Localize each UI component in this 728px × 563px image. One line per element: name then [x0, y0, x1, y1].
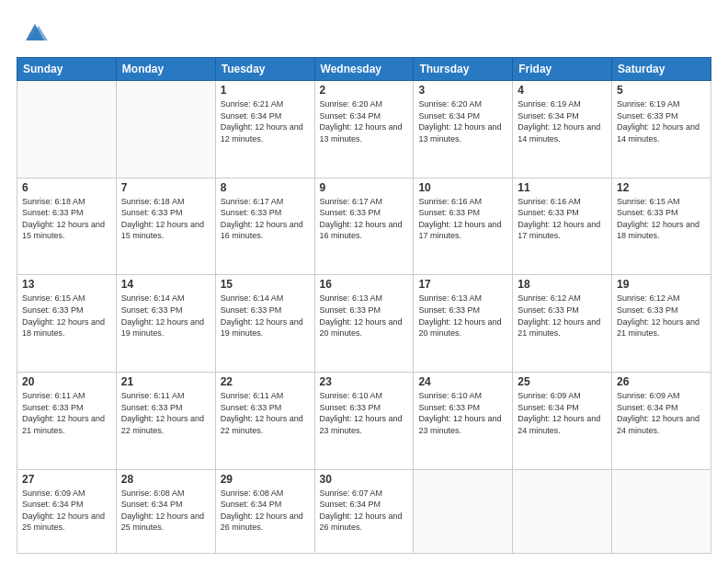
- calendar-cell: 13Sunrise: 6:15 AM Sunset: 6:33 PM Dayli…: [17, 275, 117, 373]
- day-info: Sunrise: 6:11 AM Sunset: 6:33 PM Dayligh…: [22, 390, 111, 436]
- weekday-header-saturday: Saturday: [612, 58, 711, 81]
- logo-icon: [20, 17, 50, 46]
- calendar-cell: 25Sunrise: 6:09 AM Sunset: 6:34 PM Dayli…: [513, 373, 612, 470]
- day-number: 15: [221, 278, 310, 291]
- calendar-cell: 30Sunrise: 6:07 AM Sunset: 6:34 PM Dayli…: [314, 469, 414, 553]
- day-number: 19: [617, 278, 706, 291]
- day-info: Sunrise: 6:16 AM Sunset: 6:33 PM Dayligh…: [418, 196, 507, 242]
- day-info: Sunrise: 6:19 AM Sunset: 6:34 PM Dayligh…: [518, 98, 607, 144]
- calendar-cell: [513, 469, 612, 553]
- day-number: 5: [617, 84, 706, 97]
- day-number: 2: [320, 84, 409, 97]
- day-info: Sunrise: 6:13 AM Sunset: 6:33 PM Dayligh…: [320, 293, 409, 339]
- day-info: Sunrise: 6:20 AM Sunset: 6:34 PM Dayligh…: [418, 98, 507, 144]
- calendar-cell: 9Sunrise: 6:17 AM Sunset: 6:33 PM Daylig…: [314, 178, 414, 275]
- day-info: Sunrise: 6:21 AM Sunset: 6:34 PM Dayligh…: [221, 98, 310, 144]
- calendar-cell: [116, 81, 215, 178]
- day-number: 4: [518, 84, 607, 97]
- day-info: Sunrise: 6:13 AM Sunset: 6:33 PM Dayligh…: [418, 293, 507, 339]
- day-info: Sunrise: 6:17 AM Sunset: 6:33 PM Dayligh…: [320, 196, 409, 242]
- day-number: 8: [221, 181, 310, 194]
- day-info: Sunrise: 6:12 AM Sunset: 6:33 PM Dayligh…: [617, 293, 706, 339]
- calendar-cell: 5Sunrise: 6:19 AM Sunset: 6:33 PM Daylig…: [612, 81, 711, 178]
- calendar-cell: 22Sunrise: 6:11 AM Sunset: 6:33 PM Dayli…: [215, 373, 314, 470]
- day-info: Sunrise: 6:09 AM Sunset: 6:34 PM Dayligh…: [518, 390, 607, 436]
- calendar-week-row: 27Sunrise: 6:09 AM Sunset: 6:34 PM Dayli…: [17, 469, 711, 553]
- calendar-cell: 11Sunrise: 6:16 AM Sunset: 6:33 PM Dayli…: [513, 178, 612, 275]
- weekday-header-tuesday: Tuesday: [215, 58, 314, 81]
- day-number: 27: [22, 473, 111, 486]
- calendar-cell: 2Sunrise: 6:20 AM Sunset: 6:34 PM Daylig…: [314, 81, 414, 178]
- day-number: 12: [617, 181, 706, 194]
- day-info: Sunrise: 6:14 AM Sunset: 6:33 PM Dayligh…: [121, 293, 210, 339]
- calendar-cell: 20Sunrise: 6:11 AM Sunset: 6:33 PM Dayli…: [17, 373, 117, 470]
- day-info: Sunrise: 6:09 AM Sunset: 6:34 PM Dayligh…: [22, 488, 111, 534]
- calendar-cell: 24Sunrise: 6:10 AM Sunset: 6:33 PM Dayli…: [414, 373, 513, 470]
- calendar-cell: 16Sunrise: 6:13 AM Sunset: 6:33 PM Dayli…: [314, 275, 414, 373]
- calendar-cell: 10Sunrise: 6:16 AM Sunset: 6:33 PM Dayli…: [414, 178, 513, 275]
- page: SundayMondayTuesdayWednesdayThursdayFrid…: [0, 0, 728, 563]
- day-number: 14: [121, 278, 210, 291]
- day-number: 28: [121, 473, 210, 486]
- calendar-table: SundayMondayTuesdayWednesdayThursdayFrid…: [17, 57, 711, 554]
- calendar-cell: 29Sunrise: 6:08 AM Sunset: 6:34 PM Dayli…: [215, 469, 314, 553]
- calendar-cell: 7Sunrise: 6:18 AM Sunset: 6:33 PM Daylig…: [116, 178, 215, 275]
- day-number: 1: [221, 84, 310, 97]
- day-info: Sunrise: 6:17 AM Sunset: 6:33 PM Dayligh…: [221, 196, 310, 242]
- day-info: Sunrise: 6:08 AM Sunset: 6:34 PM Dayligh…: [121, 488, 210, 534]
- calendar-week-row: 13Sunrise: 6:15 AM Sunset: 6:33 PM Dayli…: [17, 275, 711, 373]
- calendar-cell: 15Sunrise: 6:14 AM Sunset: 6:33 PM Dayli…: [215, 275, 314, 373]
- day-number: 18: [518, 278, 607, 291]
- day-info: Sunrise: 6:09 AM Sunset: 6:34 PM Dayligh…: [617, 390, 706, 436]
- calendar-cell: 27Sunrise: 6:09 AM Sunset: 6:34 PM Dayli…: [17, 469, 117, 553]
- day-info: Sunrise: 6:15 AM Sunset: 6:33 PM Dayligh…: [22, 293, 111, 339]
- day-number: 22: [221, 375, 310, 388]
- day-number: 25: [518, 375, 607, 388]
- calendar-cell: 14Sunrise: 6:14 AM Sunset: 6:33 PM Dayli…: [116, 275, 215, 373]
- day-info: Sunrise: 6:15 AM Sunset: 6:33 PM Dayligh…: [617, 196, 706, 242]
- day-number: 29: [221, 473, 310, 486]
- day-info: Sunrise: 6:10 AM Sunset: 6:33 PM Dayligh…: [320, 390, 409, 436]
- day-info: Sunrise: 6:18 AM Sunset: 6:33 PM Dayligh…: [22, 196, 111, 242]
- weekday-header-wednesday: Wednesday: [314, 58, 414, 81]
- day-number: 24: [418, 375, 507, 388]
- calendar-cell: 3Sunrise: 6:20 AM Sunset: 6:34 PM Daylig…: [414, 81, 513, 178]
- header: [17, 17, 711, 46]
- calendar-cell: 12Sunrise: 6:15 AM Sunset: 6:33 PM Dayli…: [612, 178, 711, 275]
- calendar-week-row: 1Sunrise: 6:21 AM Sunset: 6:34 PM Daylig…: [17, 81, 711, 178]
- calendar-week-row: 6Sunrise: 6:18 AM Sunset: 6:33 PM Daylig…: [17, 178, 711, 275]
- day-number: 13: [22, 278, 111, 291]
- calendar-cell: [17, 81, 117, 178]
- calendar-cell: 8Sunrise: 6:17 AM Sunset: 6:33 PM Daylig…: [215, 178, 314, 275]
- weekday-header-friday: Friday: [513, 58, 612, 81]
- day-info: Sunrise: 6:18 AM Sunset: 6:33 PM Dayligh…: [121, 196, 210, 242]
- day-number: 17: [418, 278, 507, 291]
- day-info: Sunrise: 6:10 AM Sunset: 6:33 PM Dayligh…: [418, 390, 507, 436]
- day-info: Sunrise: 6:11 AM Sunset: 6:33 PM Dayligh…: [221, 390, 310, 436]
- calendar-cell: 26Sunrise: 6:09 AM Sunset: 6:34 PM Dayli…: [612, 373, 711, 470]
- calendar-cell: 23Sunrise: 6:10 AM Sunset: 6:33 PM Dayli…: [314, 373, 414, 470]
- day-info: Sunrise: 6:07 AM Sunset: 6:34 PM Dayligh…: [320, 488, 409, 534]
- calendar-cell: 28Sunrise: 6:08 AM Sunset: 6:34 PM Dayli…: [116, 469, 215, 553]
- weekday-header-row: SundayMondayTuesdayWednesdayThursdayFrid…: [17, 58, 711, 81]
- day-info: Sunrise: 6:14 AM Sunset: 6:33 PM Dayligh…: [221, 293, 310, 339]
- day-number: 9: [320, 181, 409, 194]
- day-info: Sunrise: 6:08 AM Sunset: 6:34 PM Dayligh…: [221, 488, 310, 534]
- weekday-header-sunday: Sunday: [17, 58, 117, 81]
- calendar-cell: 6Sunrise: 6:18 AM Sunset: 6:33 PM Daylig…: [17, 178, 117, 275]
- calendar-cell: 18Sunrise: 6:12 AM Sunset: 6:33 PM Dayli…: [513, 275, 612, 373]
- day-number: 30: [320, 473, 409, 486]
- day-info: Sunrise: 6:16 AM Sunset: 6:33 PM Dayligh…: [518, 196, 607, 242]
- day-info: Sunrise: 6:19 AM Sunset: 6:33 PM Dayligh…: [617, 98, 706, 144]
- calendar-cell: [414, 469, 513, 553]
- calendar-cell: 19Sunrise: 6:12 AM Sunset: 6:33 PM Dayli…: [612, 275, 711, 373]
- calendar-cell: 1Sunrise: 6:21 AM Sunset: 6:34 PM Daylig…: [215, 81, 314, 178]
- day-number: 6: [22, 181, 111, 194]
- day-info: Sunrise: 6:11 AM Sunset: 6:33 PM Dayligh…: [121, 390, 210, 436]
- day-info: Sunrise: 6:20 AM Sunset: 6:34 PM Dayligh…: [320, 98, 409, 144]
- day-number: 3: [418, 84, 507, 97]
- day-number: 26: [617, 375, 706, 388]
- day-info: Sunrise: 6:12 AM Sunset: 6:33 PM Dayligh…: [518, 293, 607, 339]
- calendar-cell: [612, 469, 711, 553]
- day-number: 10: [418, 181, 507, 194]
